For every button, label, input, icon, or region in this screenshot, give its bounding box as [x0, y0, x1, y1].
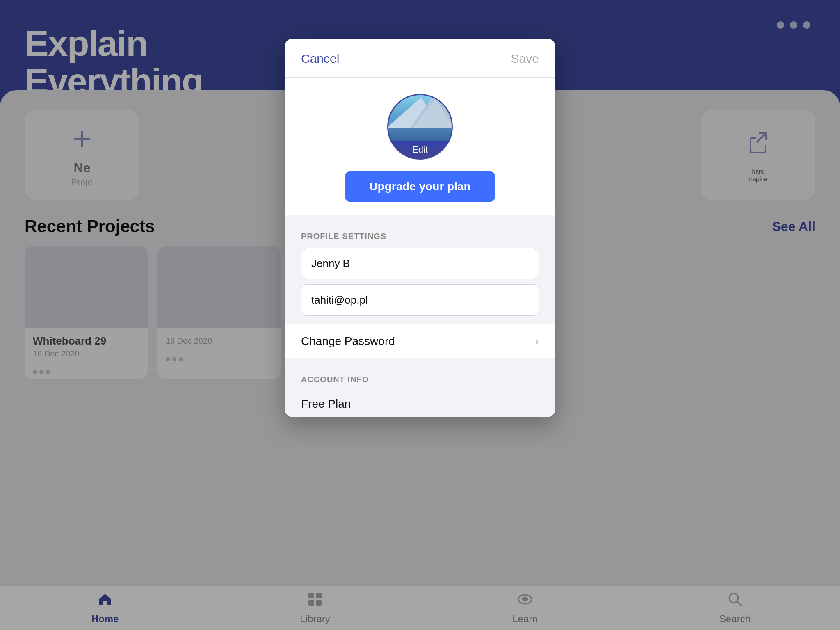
modal-header: Cancel Save — [285, 39, 555, 78]
avatar-mountains — [388, 98, 452, 130]
name-input[interactable] — [301, 248, 539, 279]
plan-value: Free Plan — [301, 391, 539, 417]
chevron-right-icon: › — [535, 335, 539, 348]
change-password-row[interactable]: Change Password › — [285, 324, 555, 358]
avatar-edit-label[interactable]: Edit — [388, 141, 452, 158]
save-button[interactable]: Save — [511, 52, 539, 66]
modal-overlay: Cancel Save Edit Upgrade your plan PROFI… — [0, 0, 840, 630]
mountain3 — [411, 99, 453, 130]
profile-settings-section: PROFILE SETTINGS — [285, 219, 555, 321]
profile-settings-label: PROFILE SETTINGS — [301, 232, 539, 241]
profile-modal: Cancel Save Edit Upgrade your plan PROFI… — [285, 39, 555, 417]
upgrade-button[interactable]: Upgrade your plan — [345, 171, 495, 202]
avatar[interactable]: Edit — [387, 94, 453, 160]
cancel-button[interactable]: Cancel — [301, 52, 339, 66]
account-info-label: ACCOUNT INFO — [301, 375, 539, 384]
change-password-label: Change Password — [301, 335, 395, 348]
email-input[interactable] — [301, 284, 539, 316]
avatar-section: Edit Upgrade your plan — [285, 78, 555, 215]
account-info-section: ACCOUNT INFO Free Plan — [285, 362, 555, 417]
